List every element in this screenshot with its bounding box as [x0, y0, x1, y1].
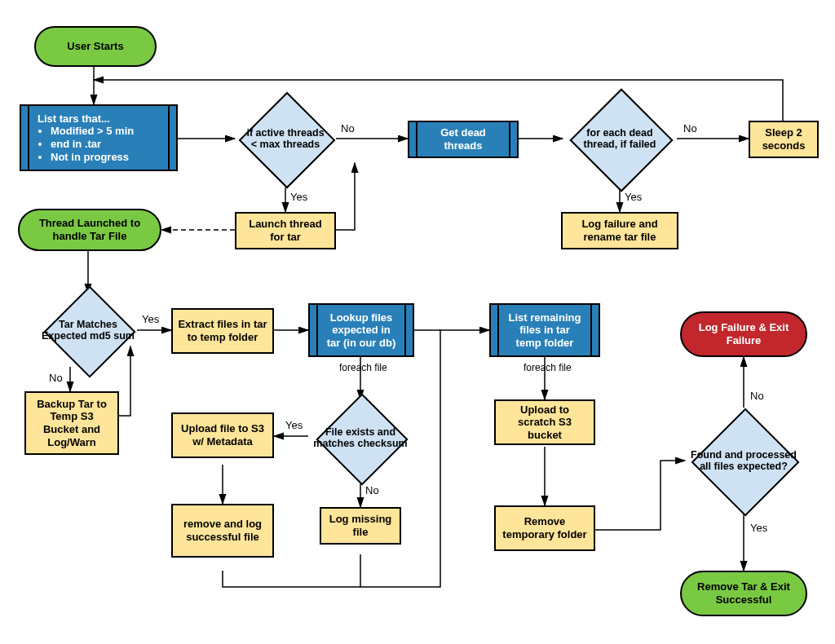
process-log-failure-rename: Log failure and rename tar file	[561, 212, 678, 249]
edge-label-yes: Yes	[285, 419, 303, 431]
edge-label-no: No	[683, 122, 697, 135]
subprocess-lookup-files: Lookup files expected in tar (in our db)	[308, 303, 414, 357]
label: Log missing file	[326, 513, 395, 538]
label: Tar Matches Expected md5 sum	[41, 319, 135, 342]
label: Lookup files expected in tar (in our db)	[327, 311, 396, 349]
edge-label-foreach: foreach file	[339, 362, 387, 373]
subprocess-list-tars: List tars that... Modified > 5 min end i…	[20, 104, 178, 171]
edge-label-no: No	[365, 484, 379, 496]
label: Remove temporary folder	[501, 515, 589, 540]
decision-active-threads: if active threads < max threads	[235, 90, 336, 187]
decision-tar-md5: Tar Matches Expected md5 sum	[33, 285, 144, 375]
bullet-list: Modified > 5 min end in .tar Not in prog…	[38, 125, 160, 163]
label: Thread Launched to handle Tar File	[24, 217, 155, 242]
label: Upload to scratch S3 bucket	[501, 404, 589, 442]
edge-label-yes: Yes	[290, 191, 307, 203]
title: List tars that...	[38, 112, 160, 126]
process-sleep: Sleep 2 seconds	[749, 121, 819, 158]
label: Remove Tar & Exit Successful	[687, 580, 801, 606]
edge-label-foreach: foreach file	[524, 362, 572, 373]
label: File exists and matches checksum	[311, 426, 409, 450]
edge-label-no: No	[49, 372, 63, 384]
label: Backup Tar to Temp S3 Bucket and Log/War…	[31, 398, 113, 448]
label: Upload file to S3 w/ Metadata	[178, 422, 267, 448]
label: for each dead thread, if failed	[571, 127, 669, 151]
bullet: Modified > 5 min	[51, 125, 160, 138]
process-remove-log-success: remove and log successful file	[171, 504, 274, 558]
label: Launch thread for tar	[241, 218, 329, 243]
label: Extract files in tar to temp folder	[178, 318, 267, 343]
label: remove and log successful file	[178, 518, 267, 543]
process-upload-scratch: Upload to scratch S3 bucket	[494, 399, 595, 445]
edge-label-no: No	[750, 390, 764, 402]
decision-found-processed: Found and processed all files expected?	[680, 404, 807, 517]
label: if active threads < max threads	[243, 127, 328, 151]
edge-label-yes: Yes	[625, 191, 642, 203]
label: Sleep 2 seconds	[755, 126, 812, 152]
terminal-remove-tar-exit: Remove Tar & Exit Successful	[680, 571, 807, 616]
process-extract-files: Extract files in tar to temp folder	[171, 308, 274, 354]
edge-label-yes: Yes	[750, 522, 767, 534]
label: Found and processed all files expected?	[688, 449, 799, 473]
edge-label-no: No	[341, 122, 355, 135]
terminal-log-failure-exit: Log Failure & Exit Failure	[680, 311, 807, 357]
label: User Starts	[67, 40, 123, 53]
label: List remaining files in tar temp folder	[509, 311, 581, 349]
process-upload-s3-meta: Upload file to S3 w/ Metadata	[171, 412, 274, 458]
process-remove-temp: Remove temporary folder	[494, 505, 595, 551]
process-launch-thread: Launch thread for tar	[235, 212, 336, 249]
edge-label-yes: Yes	[142, 313, 159, 325]
process-backup-tar: Backup Tar to Temp S3 Bucket and Log/War…	[24, 391, 119, 455]
process-log-missing: Log missing file	[320, 507, 401, 545]
label: Get dead threads	[440, 126, 486, 152]
decision-foreach-dead: for each dead thread, if failed	[563, 86, 677, 191]
terminal-user-starts: User Starts	[34, 26, 157, 67]
bullet: end in .tar	[51, 138, 160, 151]
decision-file-exists: File exists and matches checksum	[303, 393, 418, 483]
bullet: Not in progress	[51, 151, 160, 164]
label: Log failure and rename tar file	[568, 218, 672, 243]
subprocess-list-remaining: List remaining files in tar temp folder	[489, 303, 600, 357]
terminal-thread-launched: Thread Launched to handle Tar File	[18, 209, 161, 251]
label: Log Failure & Exit Failure	[687, 321, 801, 346]
subprocess-get-dead-threads: Get dead threads	[408, 121, 519, 158]
